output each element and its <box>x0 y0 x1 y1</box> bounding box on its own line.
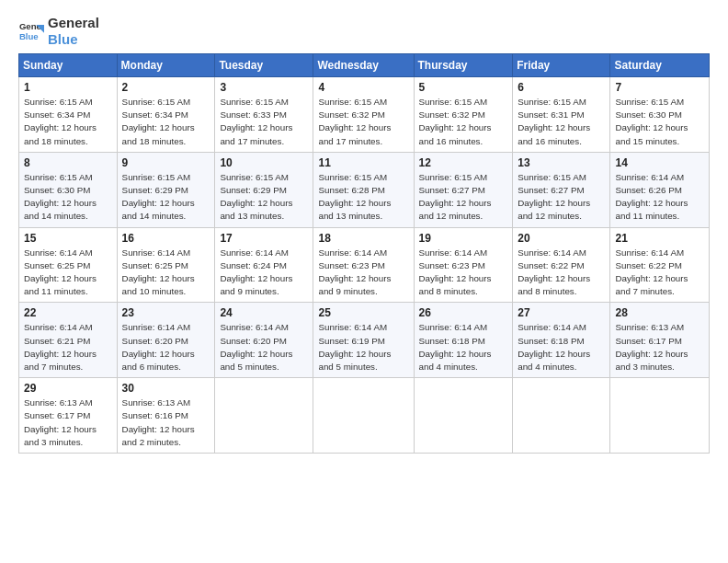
day-number: 18 <box>318 232 408 245</box>
logo: General Blue GeneralBlue <box>18 15 99 48</box>
day-number: 23 <box>122 306 210 319</box>
empty-cell <box>215 378 313 454</box>
svg-text:Blue: Blue <box>19 31 39 41</box>
day-cell-5: 5Sunrise: 6:15 AM Sunset: 6:32 PM Daylig… <box>414 77 513 153</box>
logo-text: GeneralBlue <box>48 15 99 48</box>
header: General Blue GeneralBlue <box>18 15 710 48</box>
day-cell-24: 24Sunrise: 6:14 AM Sunset: 6:20 PM Dayli… <box>215 303 313 378</box>
day-cell-12: 12Sunrise: 6:15 AM Sunset: 6:27 PM Dayli… <box>414 152 513 227</box>
day-cell-27: 27Sunrise: 6:14 AM Sunset: 6:18 PM Dayli… <box>513 303 610 378</box>
day-info: Sunrise: 6:13 AM Sunset: 6:17 PM Dayligh… <box>24 396 112 449</box>
day-info: Sunrise: 6:14 AM Sunset: 6:18 PM Dayligh… <box>419 321 508 373</box>
day-number: 4 <box>318 81 408 94</box>
day-info: Sunrise: 6:14 AM Sunset: 6:19 PM Dayligh… <box>318 321 408 373</box>
day-cell-15: 15Sunrise: 6:14 AM Sunset: 6:25 PM Dayli… <box>19 227 118 303</box>
day-info: Sunrise: 6:15 AM Sunset: 6:27 PM Dayligh… <box>419 171 508 224</box>
weekday-thursday: Thursday <box>414 54 513 77</box>
day-info: Sunrise: 6:15 AM Sunset: 6:27 PM Dayligh… <box>518 171 605 224</box>
day-info: Sunrise: 6:14 AM Sunset: 6:22 PM Dayligh… <box>615 247 704 299</box>
day-number: 9 <box>122 156 210 169</box>
weekday-sunday: Sunday <box>19 54 118 77</box>
weekday-header-row: SundayMondayTuesdayWednesdayThursdayFrid… <box>19 54 710 77</box>
day-info: Sunrise: 6:15 AM Sunset: 6:30 PM Dayligh… <box>615 96 704 148</box>
day-number: 16 <box>122 232 210 245</box>
day-cell-14: 14Sunrise: 6:14 AM Sunset: 6:26 PM Dayli… <box>610 152 710 227</box>
day-number: 10 <box>220 156 308 169</box>
day-cell-18: 18Sunrise: 6:14 AM Sunset: 6:23 PM Dayli… <box>313 227 414 303</box>
weekday-wednesday: Wednesday <box>313 54 414 77</box>
day-info: Sunrise: 6:15 AM Sunset: 6:34 PM Dayligh… <box>24 96 112 148</box>
day-number: 29 <box>24 382 112 395</box>
day-number: 5 <box>419 81 508 94</box>
day-number: 15 <box>24 232 112 245</box>
day-info: Sunrise: 6:14 AM Sunset: 6:22 PM Dayligh… <box>518 247 605 299</box>
day-number: 28 <box>615 306 704 319</box>
day-info: Sunrise: 6:15 AM Sunset: 6:29 PM Dayligh… <box>220 171 308 224</box>
day-number: 13 <box>518 156 605 169</box>
day-info: Sunrise: 6:14 AM Sunset: 6:24 PM Dayligh… <box>220 247 308 299</box>
day-info: Sunrise: 6:14 AM Sunset: 6:20 PM Dayligh… <box>220 321 308 373</box>
day-cell-9: 9Sunrise: 6:15 AM Sunset: 6:29 PM Daylig… <box>117 152 215 227</box>
day-info: Sunrise: 6:14 AM Sunset: 6:23 PM Dayligh… <box>318 247 408 299</box>
day-info: Sunrise: 6:14 AM Sunset: 6:20 PM Dayligh… <box>122 321 210 373</box>
empty-cell <box>414 378 513 454</box>
day-cell-11: 11Sunrise: 6:15 AM Sunset: 6:28 PM Dayli… <box>313 152 414 227</box>
day-cell-20: 20Sunrise: 6:14 AM Sunset: 6:22 PM Dayli… <box>513 227 610 303</box>
day-number: 3 <box>220 81 308 94</box>
day-cell-22: 22Sunrise: 6:14 AM Sunset: 6:21 PM Dayli… <box>19 303 118 378</box>
day-cell-10: 10Sunrise: 6:15 AM Sunset: 6:29 PM Dayli… <box>215 152 313 227</box>
week-row-4: 22Sunrise: 6:14 AM Sunset: 6:21 PM Dayli… <box>19 303 710 378</box>
day-info: Sunrise: 6:14 AM Sunset: 6:26 PM Dayligh… <box>615 171 704 224</box>
day-number: 25 <box>318 306 408 319</box>
day-info: Sunrise: 6:15 AM Sunset: 6:28 PM Dayligh… <box>318 171 408 224</box>
day-cell-16: 16Sunrise: 6:14 AM Sunset: 6:25 PM Dayli… <box>117 227 215 303</box>
day-info: Sunrise: 6:14 AM Sunset: 6:25 PM Dayligh… <box>122 247 210 299</box>
day-number: 21 <box>615 232 704 245</box>
day-cell-21: 21Sunrise: 6:14 AM Sunset: 6:22 PM Dayli… <box>610 227 710 303</box>
day-number: 26 <box>419 306 508 319</box>
day-cell-26: 26Sunrise: 6:14 AM Sunset: 6:18 PM Dayli… <box>414 303 513 378</box>
day-info: Sunrise: 6:15 AM Sunset: 6:34 PM Dayligh… <box>122 96 210 148</box>
day-cell-7: 7Sunrise: 6:15 AM Sunset: 6:30 PM Daylig… <box>610 77 710 153</box>
week-row-5: 29Sunrise: 6:13 AM Sunset: 6:17 PM Dayli… <box>19 378 710 454</box>
day-info: Sunrise: 6:13 AM Sunset: 6:17 PM Dayligh… <box>615 321 704 373</box>
day-number: 8 <box>24 156 112 169</box>
day-cell-28: 28Sunrise: 6:13 AM Sunset: 6:17 PM Dayli… <box>610 303 710 378</box>
day-info: Sunrise: 6:15 AM Sunset: 6:29 PM Dayligh… <box>122 171 210 224</box>
day-number: 22 <box>24 306 112 319</box>
day-info: Sunrise: 6:14 AM Sunset: 6:18 PM Dayligh… <box>518 321 605 373</box>
day-cell-19: 19Sunrise: 6:14 AM Sunset: 6:23 PM Dayli… <box>414 227 513 303</box>
day-cell-25: 25Sunrise: 6:14 AM Sunset: 6:19 PM Dayli… <box>313 303 414 378</box>
weekday-saturday: Saturday <box>610 54 710 77</box>
day-info: Sunrise: 6:15 AM Sunset: 6:31 PM Dayligh… <box>518 96 605 148</box>
day-number: 12 <box>419 156 508 169</box>
day-info: Sunrise: 6:15 AM Sunset: 6:33 PM Dayligh… <box>220 96 308 148</box>
day-info: Sunrise: 6:15 AM Sunset: 6:32 PM Dayligh… <box>419 96 508 148</box>
day-number: 2 <box>122 81 210 94</box>
day-info: Sunrise: 6:13 AM Sunset: 6:16 PM Dayligh… <box>122 396 210 449</box>
day-info: Sunrise: 6:15 AM Sunset: 6:32 PM Dayligh… <box>318 96 408 148</box>
day-info: Sunrise: 6:15 AM Sunset: 6:30 PM Dayligh… <box>24 171 112 224</box>
day-number: 14 <box>615 156 704 169</box>
weekday-monday: Monday <box>117 54 215 77</box>
calendar-page: General Blue GeneralBlue SundayMondayTue… <box>0 0 728 563</box>
day-number: 11 <box>318 156 408 169</box>
day-cell-8: 8Sunrise: 6:15 AM Sunset: 6:30 PM Daylig… <box>19 152 118 227</box>
day-number: 20 <box>518 232 605 245</box>
day-number: 27 <box>518 306 605 319</box>
day-cell-2: 2Sunrise: 6:15 AM Sunset: 6:34 PM Daylig… <box>117 77 215 153</box>
day-cell-4: 4Sunrise: 6:15 AM Sunset: 6:32 PM Daylig… <box>313 77 414 153</box>
weekday-friday: Friday <box>513 54 610 77</box>
logo-icon: General Blue <box>18 18 44 44</box>
calendar-table: SundayMondayTuesdayWednesdayThursdayFrid… <box>18 53 710 454</box>
empty-cell <box>610 378 710 454</box>
day-number: 19 <box>419 232 508 245</box>
week-row-2: 8Sunrise: 6:15 AM Sunset: 6:30 PM Daylig… <box>19 152 710 227</box>
day-number: 24 <box>220 306 308 319</box>
day-info: Sunrise: 6:14 AM Sunset: 6:25 PM Dayligh… <box>24 247 112 299</box>
day-number: 7 <box>615 81 704 94</box>
empty-cell <box>513 378 610 454</box>
day-info: Sunrise: 6:14 AM Sunset: 6:23 PM Dayligh… <box>419 247 508 299</box>
day-number: 30 <box>122 382 210 395</box>
day-cell-30: 30Sunrise: 6:13 AM Sunset: 6:16 PM Dayli… <box>117 378 215 454</box>
